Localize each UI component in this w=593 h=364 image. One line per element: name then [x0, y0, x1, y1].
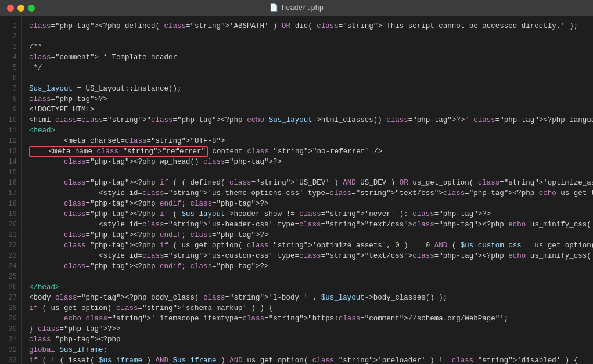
line-number: 5	[0, 63, 21, 73]
code-line: class="php-tag"><?php endif; class="php-…	[29, 230, 593, 240]
code-area[interactable]: class="php-tag"><?php defined( class="st…	[22, 16, 593, 364]
code-line: <html class=class="string">"class="php-t…	[29, 115, 593, 125]
line-number: 10	[0, 115, 21, 125]
code-line: class="php-tag"><?php if ( $us_layout->h…	[29, 209, 593, 219]
line-number: 2	[0, 31, 21, 42]
code-line: global $us_iframe;	[29, 345, 593, 355]
line-number: 12	[0, 136, 21, 146]
line-number: 18	[0, 199, 21, 209]
code-line: <head>	[29, 125, 593, 136]
code-line: </head>	[29, 282, 593, 293]
line-number: 17	[0, 188, 21, 199]
line-number: 11	[0, 125, 21, 136]
line-number: 29	[0, 313, 21, 324]
line-number: 20	[0, 219, 21, 230]
line-numbers: 1234567891011121314151617181920212223242…	[0, 16, 22, 364]
traffic-lights	[7, 5, 35, 12]
code-line	[29, 73, 593, 84]
close-button[interactable]	[7, 5, 14, 12]
title-bar: 📄 header.php	[0, 0, 593, 16]
maximize-button[interactable]	[28, 5, 35, 12]
code-line: class="php-tag"><?php if ( us_get_option…	[29, 240, 593, 251]
line-number: 33	[0, 355, 21, 364]
code-line: <meta charset=class="string">"UTF-8">	[29, 136, 593, 146]
line-number: 15	[0, 167, 21, 178]
line-number: 22	[0, 240, 21, 251]
file-name: header.php	[282, 4, 324, 12]
window-title: 📄 header.php	[269, 3, 324, 12]
line-number: 16	[0, 178, 21, 188]
line-number: 26	[0, 282, 21, 293]
line-number: 28	[0, 303, 21, 313]
line-number: 23	[0, 251, 21, 261]
code-line	[29, 31, 593, 42]
code-line: <body class="php-tag"><?php body_class( …	[29, 293, 593, 303]
code-line: class="php-tag"><?php wp_head() class="p…	[29, 157, 593, 167]
code-line: */	[29, 63, 593, 73]
code-line: class="php-tag"><?php endif; class="php-…	[29, 261, 593, 272]
code-line: <style id=class="string">'us-header-css'…	[29, 219, 593, 230]
line-number: 7	[0, 84, 21, 94]
line-number: 21	[0, 230, 21, 240]
code-line: if ( ! ( isset( $us_iframe ) AND $us_ifr…	[29, 355, 593, 364]
line-number: 13	[0, 146, 21, 157]
file-icon: 📄	[269, 3, 278, 12]
code-line: class="php-tag"><?php if ( ( defined( cl…	[29, 178, 593, 188]
line-number: 3	[0, 42, 21, 52]
code-line: class="php-tag"><?php endif; class="php-…	[29, 199, 593, 209]
code-line: <style id=class="string">'us-custom-css'…	[29, 251, 593, 261]
line-number: 30	[0, 324, 21, 334]
code-line: if ( us_get_option( class="string">'sche…	[29, 303, 593, 313]
line-number: 32	[0, 345, 21, 355]
code-line: $us_layout = US_Layout::instance();	[29, 84, 593, 94]
line-number: 24	[0, 261, 21, 272]
code-line: class="comment"> * Template header	[29, 52, 593, 63]
minimize-button[interactable]	[17, 5, 24, 12]
highlighted-meta-tag: <meta name=class="string">"referrer"	[29, 146, 208, 157]
code-line	[29, 167, 593, 178]
line-number: 6	[0, 73, 21, 84]
code-line: <style id=class="string">'us-theme-optio…	[29, 188, 593, 199]
code-line: /**	[29, 42, 593, 52]
line-number: 19	[0, 209, 21, 219]
line-number: 25	[0, 272, 21, 282]
line-number: 8	[0, 94, 21, 104]
editor: 1234567891011121314151617181920212223242…	[0, 16, 593, 364]
code-line: class="php-tag">?>	[29, 94, 593, 104]
code-line: class="php-tag"><?php defined( class="st…	[29, 21, 593, 31]
code-line: class="php-tag"><?php	[29, 334, 593, 345]
line-number: 27	[0, 293, 21, 303]
line-number: 31	[0, 334, 21, 345]
line-number: 14	[0, 157, 21, 167]
line-number: 4	[0, 52, 21, 63]
code-line: } class="php-tag">?>>	[29, 324, 593, 334]
code-line	[29, 272, 593, 282]
line-number: 9	[0, 104, 21, 115]
code-line: echo class="string">' itemscope itemtype…	[29, 313, 593, 324]
code-line: <!DOCTYPE HTML>	[29, 104, 593, 115]
code-line: <meta name=class="string">"referrer" con…	[29, 146, 593, 157]
line-number: 1	[0, 21, 21, 31]
